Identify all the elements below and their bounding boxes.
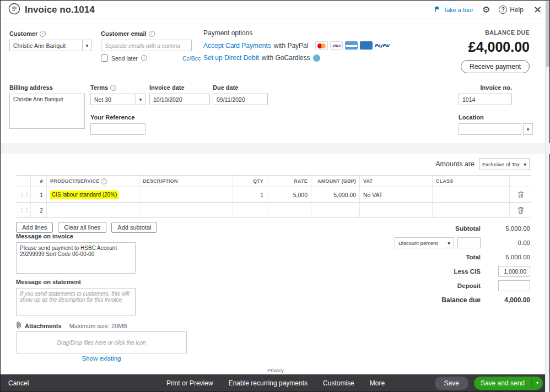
send-later-checkbox[interactable] xyxy=(101,55,108,62)
gear-icon[interactable]: ⚙ xyxy=(482,6,490,14)
totals-panel: Subtotal 5,000.00 Discount percent ▾ 0.0… xyxy=(395,221,530,307)
rate-cell[interactable] xyxy=(267,203,311,217)
qty-cell[interactable] xyxy=(233,203,267,217)
invoice-date-input[interactable] xyxy=(149,94,210,105)
customer-email-field: Customer email i xyxy=(101,30,192,51)
qty-cell[interactable]: 1 xyxy=(233,187,267,202)
show-existing-link[interactable]: Show existing xyxy=(82,355,121,362)
class-header: CLASS xyxy=(433,176,510,187)
cancel-button[interactable]: Cancel xyxy=(8,379,29,387)
terms-input[interactable] xyxy=(91,94,136,105)
billing-address-textarea[interactable]: Christie Ann Bariquit xyxy=(9,94,85,129)
customer-field: Customer i ▾ xyxy=(9,30,92,51)
chevron-down-icon[interactable]: ▾ xyxy=(136,94,145,105)
due-date-input[interactable] xyxy=(213,94,268,105)
save-options-chevron-icon[interactable]: ▾ xyxy=(531,378,543,388)
total-value: 5,000.00 xyxy=(481,254,530,260)
message-on-statement-textarea[interactable] xyxy=(16,288,136,315)
product-cell[interactable] xyxy=(47,203,139,217)
close-icon[interactable]: ✕ xyxy=(533,4,542,16)
drag-column-header xyxy=(16,176,30,187)
save-button[interactable]: Save xyxy=(435,377,468,390)
footer-bar: Cancel Print or Preview Enable recurring… xyxy=(1,374,550,391)
delete-row-icon[interactable] xyxy=(517,206,524,214)
cc-bcc-link[interactable]: Cc/Bcc xyxy=(182,55,201,62)
discount-row: Discount percent ▾ 0.00 xyxy=(395,236,530,250)
customise-button[interactable]: Customise xyxy=(323,379,354,387)
discount-type-select[interactable]: Discount percent ▾ xyxy=(395,237,454,248)
customer-email-input[interactable] xyxy=(101,40,192,51)
scrollbar-track[interactable] xyxy=(545,1,549,392)
customer-input[interactable] xyxy=(10,40,82,51)
drag-cell: ⋮⋮ xyxy=(16,187,30,202)
class-cell[interactable] xyxy=(433,203,510,217)
discount-amount: 0.00 xyxy=(481,239,530,246)
terms-combobox: ▾ xyxy=(90,94,145,105)
drag-handle-icon[interactable]: ⋮⋮ xyxy=(19,192,29,198)
description-cell[interactable] xyxy=(139,187,233,202)
message-on-invoice-textarea[interactable]: Please send payment to HSBC Account 2929… xyxy=(16,242,136,274)
show-existing-wrap: Show existing xyxy=(16,355,187,362)
setup-direct-debit-link[interactable]: Set up Direct Debit xyxy=(203,54,259,62)
take-a-tour-link[interactable]: Take a tour xyxy=(434,6,473,14)
subtotal-value: 5,000.00 xyxy=(481,225,530,232)
mastercard-icon xyxy=(315,41,328,50)
attachments-dropzone[interactable]: Drag/Drop files here or click the icon xyxy=(16,331,187,353)
vat-cell[interactable] xyxy=(360,203,433,217)
balance-due-amount: £4,000.00 xyxy=(461,39,530,55)
deposit-input[interactable] xyxy=(498,280,530,291)
vat-cell[interactable]: No VAT xyxy=(360,187,433,202)
question-icon: ? xyxy=(499,6,507,14)
customer-label: Customer i xyxy=(9,30,92,37)
payment-options-title: Payment options xyxy=(203,29,390,37)
chevron-down-icon[interactable]: ▾ xyxy=(82,40,91,51)
amount-cell[interactable]: 5,000.00 xyxy=(311,187,360,202)
your-reference-input[interactable] xyxy=(90,123,145,135)
receive-payment-button[interactable]: Receive payment xyxy=(461,60,530,73)
paperclip-icon xyxy=(16,321,21,330)
attachments-max-size: Maximum size: 20MB xyxy=(69,323,127,329)
card-brand-icons: VISA PayPal xyxy=(315,41,389,50)
privacy-link[interactable]: Privacy xyxy=(1,368,550,373)
total-row: Total 5,000.00 xyxy=(395,250,530,264)
invoice-no-input[interactable] xyxy=(459,94,512,105)
amount-cell[interactable] xyxy=(311,203,360,217)
footer-center: Print or Preview Enable recurring paymen… xyxy=(166,379,385,387)
location-label: Location xyxy=(459,114,533,121)
terms-field: Terms i ▾ xyxy=(90,84,145,105)
amounts-are-label: Amounts are xyxy=(435,160,474,168)
description-cell[interactable] xyxy=(139,203,233,217)
clear-all-lines-button[interactable]: Clear all lines xyxy=(58,222,106,233)
your-reference-field: Your Reference xyxy=(90,114,145,135)
help-button[interactable]: ? Help xyxy=(499,6,524,14)
enable-recurring-payments-button[interactable]: Enable recurring payments xyxy=(229,379,308,387)
tax-mode-select[interactable]: Exclusive of Tax ▾ xyxy=(479,158,530,170)
discount-percent-input[interactable] xyxy=(457,237,481,248)
save-and-send-button[interactable]: Save and send ▾ xyxy=(474,377,543,390)
accept-card-payments-link[interactable]: Accept Card Payments xyxy=(203,42,271,50)
product-cell[interactable]: CIS labour standard (20%) xyxy=(47,187,139,202)
add-subtotal-button[interactable]: Add subtotal xyxy=(111,222,157,233)
add-lines-button[interactable]: Add lines xyxy=(16,222,53,233)
invoice-date-field: Invoice date xyxy=(149,84,210,105)
balance-due-row: Balance due 4,000.00 xyxy=(395,293,530,307)
card-payments-line: Accept Card Payments with PayPal VISA Pa… xyxy=(203,41,390,50)
location-input[interactable] xyxy=(459,123,521,135)
scrollbar-thumb[interactable] xyxy=(546,1,549,67)
qty-header: QTY xyxy=(233,176,267,187)
rate-cell[interactable]: 5,000 xyxy=(267,187,311,202)
product-service-header: PRODUCT/SERVICE i xyxy=(47,176,139,187)
chevron-down-icon: ▾ xyxy=(524,161,526,167)
info-icon: i xyxy=(110,85,116,91)
deposit-label: Deposit xyxy=(457,282,481,289)
print-or-preview-button[interactable]: Print or Preview xyxy=(166,379,213,387)
bank-card-icon xyxy=(345,41,358,50)
description-header: DESCRIPTION xyxy=(139,176,233,187)
invoice-date-label: Invoice date xyxy=(149,84,210,91)
more-button[interactable]: More xyxy=(370,379,385,387)
less-cis-input[interactable] xyxy=(498,266,530,277)
chevron-down-icon[interactable]: ▾ xyxy=(523,123,533,135)
drag-handle-icon[interactable]: ⋮⋮ xyxy=(19,207,29,213)
delete-row-icon[interactable] xyxy=(517,191,524,199)
class-cell[interactable] xyxy=(433,187,510,202)
